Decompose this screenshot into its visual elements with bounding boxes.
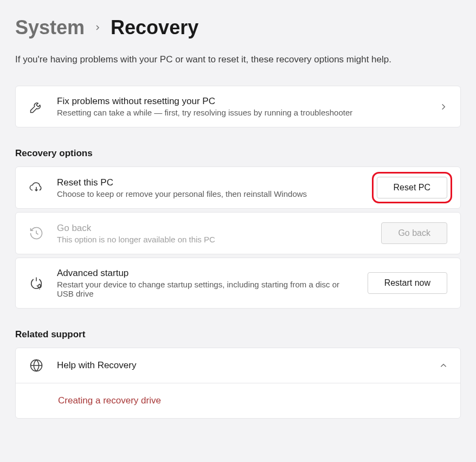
chevron-up-icon — [440, 362, 447, 369]
card-content: Go back This option is no longer availab… — [57, 223, 368, 244]
help-recovery-card: Help with Recovery Creating a recovery d… — [15, 348, 461, 419]
restart-now-button[interactable]: Restart now — [368, 272, 447, 294]
go-back-desc: This option is no longer available on th… — [57, 235, 368, 244]
reset-pc-card: Reset this PC Choose to keep or remove y… — [15, 166, 461, 209]
card-action: Go back — [381, 222, 447, 244]
fix-problems-card[interactable]: Fix problems without resetting your PC R… — [15, 86, 461, 127]
recovery-options-group: Reset this PC Choose to keep or remove y… — [15, 166, 461, 309]
card-action: Restart now — [368, 272, 447, 294]
fix-problems-title: Fix problems without resetting your PC — [57, 96, 427, 107]
related-support-header: Related support — [15, 329, 461, 340]
power-gear-icon — [29, 275, 44, 291]
reset-pc-desc: Choose to keep or remove your personal f… — [57, 189, 364, 198]
advanced-startup-card: Advanced startup Restart your device to … — [15, 258, 461, 309]
breadcrumb-parent[interactable]: System — [15, 16, 85, 39]
page-title: Recovery — [111, 16, 198, 39]
advanced-startup-desc: Restart your device to change startup se… — [57, 280, 355, 298]
fix-problems-desc: Resetting can take a while — first, try … — [57, 108, 427, 117]
advanced-startup-title: Advanced startup — [57, 268, 355, 279]
go-back-title: Go back — [57, 223, 368, 234]
chevron-right-icon — [440, 103, 447, 111]
cloud-reset-icon — [29, 180, 44, 195]
recovery-drive-link[interactable]: Creating a recovery drive — [58, 395, 447, 406]
help-recovery-header[interactable]: Help with Recovery — [16, 348, 460, 383]
card-content: Fix problems without resetting your PC R… — [57, 96, 427, 117]
history-icon — [29, 226, 44, 241]
help-recovery-body: Creating a recovery drive — [16, 383, 460, 418]
help-recovery-title: Help with Recovery — [57, 360, 427, 371]
go-back-card: Go back This option is no longer availab… — [15, 212, 461, 254]
wrench-icon — [29, 99, 44, 114]
card-action: Reset PC — [377, 177, 447, 198]
recovery-options-header: Recovery options — [15, 148, 461, 159]
reset-pc-button[interactable]: Reset PC — [377, 177, 447, 198]
card-content: Advanced startup Restart your device to … — [57, 268, 355, 298]
page-subtitle: If you're having problems with your PC o… — [15, 54, 461, 65]
globe-icon — [29, 358, 44, 373]
breadcrumb: System Recovery — [15, 16, 461, 39]
reset-pc-title: Reset this PC — [57, 177, 364, 188]
chevron-right-icon — [94, 24, 101, 31]
go-back-button: Go back — [381, 222, 447, 244]
card-content: Reset this PC Choose to keep or remove y… — [57, 177, 364, 198]
